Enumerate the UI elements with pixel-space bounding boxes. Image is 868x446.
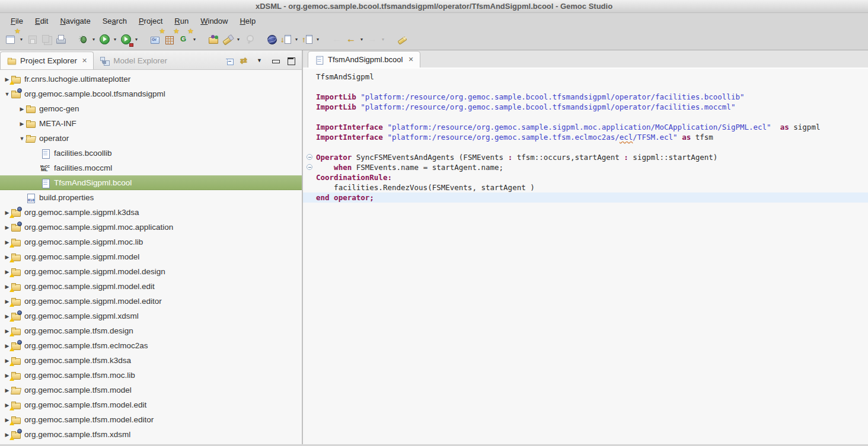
collapse-fold-icon[interactable] [307, 154, 312, 160]
tree-item-org.gemoc.sample.sigpml.moc.lib[interactable]: ▶org.gemoc.sample.sigpml.moc.lib [0, 235, 302, 249]
fold-margin-empty [303, 112, 316, 122]
window-titlebar[interactable]: xDSML - org.gemoc.sample.bcool.tfsmandsi… [0, 0, 868, 13]
toolbar-new-gemoc-wizard-dropdown-icon[interactable]: ▾ [191, 37, 198, 42]
menu-search[interactable]: Search [97, 14, 133, 28]
tree-item-org.gemoc.sample.tfsm.k3dsa[interactable]: ▶org.gemoc.sample.tfsm.k3dsa [0, 353, 302, 368]
tree-expanded-arrow-icon[interactable]: ▼ [18, 136, 25, 142]
fold-margin-empty [303, 132, 316, 142]
toolbar-debug-button[interactable] [76, 31, 90, 47]
tree-item-org.gemoc.sample.sigpml.model.editor[interactable]: ▶org.gemoc.sample.sigpml.model.editor [0, 294, 302, 309]
tree-item-org.gemoc.sample.sigpml.moc.application[interactable]: ▶org.gemoc.sample.sigpml.moc.application [0, 220, 302, 235]
toolbar-previous-annotation-button[interactable] [300, 31, 314, 47]
toolbar-print-button[interactable] [53, 31, 68, 47]
tree-item-facilities.bcoollib[interactable]: facilities.bcoollib [0, 146, 302, 161]
tree-item-org.gemoc.sample.bcool.tfsmandsigpml[interactable]: ▼org.gemoc.sample.bcool.tfsmandsigpml [0, 86, 302, 101]
menu-file[interactable]: File [5, 14, 29, 28]
tree-item-org.gemoc.sample.sigpml.model[interactable]: ▶org.gemoc.sample.sigpml.model [0, 249, 302, 264]
menu-project[interactable]: Project [133, 14, 168, 28]
menu-window[interactable]: Window [194, 14, 234, 28]
code-line [303, 142, 868, 152]
toolbar-mark-occurrences-button[interactable] [395, 31, 409, 47]
tree-item-org.gemoc.sample.sigpml.model.edit[interactable]: ▶org.gemoc.sample.sigpml.model.edit [0, 279, 302, 294]
tree-item-facilities.moccml[interactable]: facilities.moccml [0, 161, 302, 175]
plain-token: TfsmAndSigpml [316, 72, 374, 82]
tree-item-org.gemoc.sample.tfsm.eclmoc2as[interactable]: ▶org.gemoc.sample.tfsm.eclmoc2as [0, 338, 302, 353]
tree-item-label: org.gemoc.sample.tfsm.xdsml [24, 430, 130, 439]
toolbar-next-annotation-button[interactable] [279, 31, 293, 47]
toolbar-new-grid-wizard-button[interactable]: ★ [162, 31, 177, 47]
search-icon [222, 34, 233, 44]
toolbar-back-history-button[interactable] [344, 31, 358, 47]
toolbar-run-dropdown-icon[interactable]: ▾ [111, 37, 119, 42]
tree-collapsed-arrow-icon[interactable]: ▶ [4, 224, 11, 230]
plain-token [383, 132, 388, 142]
tree-item-fr.cnrs.luchogie.ultimateplotter[interactable]: ▶fr.cnrs.luchogie.ultimateplotter [0, 72, 302, 86]
tree-item-label: org.gemoc.sample.sigpml.xdsml [24, 312, 139, 320]
tab-model-explorer-label: Model Explorer [113, 56, 167, 65]
tree-expanded-arrow-icon[interactable]: ▼ [4, 91, 11, 97]
tree-item-TfsmAndSigpml.bcool[interactable]: TfsmAndSigpml.bcool [0, 175, 302, 190]
tree-collapsed-arrow-icon[interactable]: ▶ [18, 121, 25, 127]
window-title: xDSML - org.gemoc.sample.bcool.tfsmandsi… [256, 2, 612, 11]
collapse-all-icon[interactable] [225, 56, 234, 66]
tree-item-org.gemoc.sample.sigpml.xdsml[interactable]: ▶org.gemoc.sample.sigpml.xdsml [0, 309, 302, 323]
tab-model-explorer[interactable]: Model Explorer [94, 52, 173, 69]
tree-item-org.gemoc.sample.tfsm.moc.lib[interactable]: ▶org.gemoc.sample.tfsm.moc.lib [0, 368, 302, 383]
toolbar-open-model-button[interactable] [206, 31, 221, 47]
menu-run[interactable]: Run [168, 14, 194, 28]
toolbar-back-history-dropdown-icon[interactable]: ▾ [358, 37, 365, 42]
toolbar-run-external-tool-button[interactable] [119, 31, 133, 47]
menu-navigate[interactable]: Navigate [54, 14, 96, 28]
toolbar-new-graphical-model-button[interactable]: ★ [148, 31, 162, 47]
tree-item-label: org.gemoc.sample.tfsm.eclmoc2as [24, 341, 148, 350]
code-editor[interactable]: TfsmAndSigpmlImportLib "platform:/resour… [303, 69, 868, 444]
tree-item-org.gemoc.sample.tfsm.xdsml[interactable]: ▶org.gemoc.sample.tfsm.xdsml [0, 427, 302, 442]
tab-project-explorer[interactable]: Project Explorer ✕ [0, 52, 94, 69]
tree-item-org.gemoc.sample.sigpml.k3dsa[interactable]: ▶org.gemoc.sample.sigpml.k3dsa [0, 205, 302, 220]
warning-overlay-icon [9, 214, 14, 218]
keyword-token: ImportInterface [316, 132, 383, 142]
keyword-token: : [508, 152, 513, 162]
toolbar-new-gemoc-wizard-button[interactable]: ★ [177, 31, 191, 47]
view-menu-icon[interactable] [256, 56, 265, 66]
tree-collapsed-arrow-icon[interactable]: ▶ [18, 106, 25, 112]
link-with-editor-icon[interactable] [240, 56, 250, 66]
toolbar-run-button[interactable] [97, 31, 111, 47]
tree-item-operator[interactable]: ▼operator [0, 131, 302, 146]
close-icon[interactable]: ✕ [408, 56, 413, 63]
toolbar-open-browser-button[interactable] [264, 31, 279, 47]
tree-item-gemoc-gen[interactable]: ▶gemoc-gen [0, 101, 302, 116]
tree-collapsed-arrow-icon[interactable]: ▶ [4, 387, 11, 393]
toolbar-new-wizard-button[interactable]: ★ [4, 31, 18, 47]
tree-item-build.properties[interactable]: build.properties [0, 190, 302, 205]
warning-overlay-icon [9, 317, 14, 322]
left-view-header: Project Explorer ✕ Model Explorer [0, 50, 302, 70]
menu-edit[interactable]: Edit [29, 14, 54, 28]
warning-overlay-icon [9, 81, 14, 85]
tree-item-org.gemoc.sample.tfsm.model[interactable]: ▶org.gemoc.sample.tfsm.model [0, 383, 302, 397]
toolbar-previous-annotation-dropdown-icon[interactable]: ▾ [314, 37, 321, 42]
warning-overlay-icon [9, 347, 14, 351]
last-edit-location-icon [331, 34, 342, 44]
toolbar-next-annotation-dropdown-icon[interactable]: ▾ [293, 37, 300, 42]
toolbar-search-button[interactable] [221, 31, 235, 47]
editor-tab[interactable]: TfsmAndSigpml.bcool ✕ [308, 51, 420, 68]
close-icon[interactable]: ✕ [82, 57, 87, 65]
toolbar-search-dropdown-icon[interactable]: ▾ [235, 37, 242, 42]
menu-help[interactable]: Help [234, 14, 261, 28]
toolbar-debug-dropdown-icon[interactable]: ▾ [90, 37, 97, 42]
tree-item-org.gemoc.sample.tfsm.model.edit[interactable]: ▶org.gemoc.sample.tfsm.model.edit [0, 397, 302, 412]
tree-item-META-INF[interactable]: ▶META-INF [0, 116, 302, 131]
project-icon [11, 400, 21, 410]
toolbar-new-wizard-dropdown-icon[interactable]: ▾ [18, 37, 25, 42]
tree-item-org.gemoc.sample.tfsm.design[interactable]: ▶org.gemoc.sample.tfsm.design [0, 323, 302, 338]
collapse-fold-icon[interactable] [307, 164, 312, 170]
warning-overlay-icon [9, 258, 14, 262]
tree-item-org.gemoc.sample.tfsm.model.editor[interactable]: ▶org.gemoc.sample.tfsm.model.editor [0, 412, 302, 427]
toolbar-run-external-tool-dropdown-icon[interactable]: ▾ [133, 37, 140, 42]
warning-overlay-icon [9, 406, 14, 410]
keyword-token: ImportInterface [316, 122, 383, 132]
tree-item-org.gemoc.sample.sigpml.model.design[interactable]: ▶org.gemoc.sample.sigpml.model.design [0, 264, 302, 279]
maximize-icon[interactable] [286, 56, 296, 66]
minimize-icon[interactable] [271, 56, 280, 66]
